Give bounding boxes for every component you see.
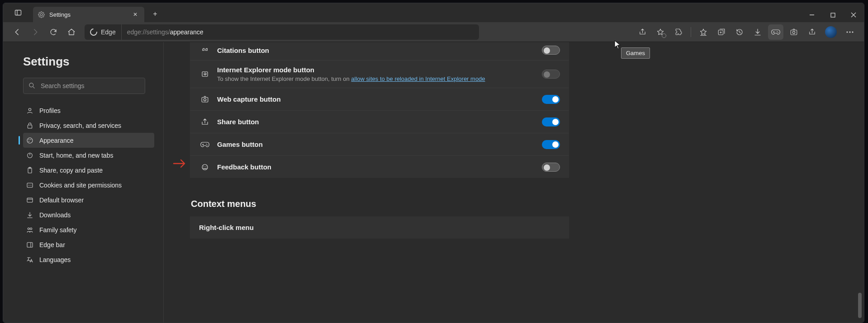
browser-icon	[25, 197, 35, 204]
settings-sidebar: Settings Profiles Privacy, search, and s…	[3, 42, 164, 323]
svg-point-14	[852, 31, 853, 33]
nav-cookies[interactable]: Cookies and site permissions	[23, 178, 154, 192]
web-capture-toolbar-button[interactable]	[786, 24, 802, 40]
nav-family[interactable]: Family safety	[23, 222, 154, 237]
appearance-icon	[25, 137, 35, 144]
toggle-share[interactable]	[542, 117, 560, 126]
toolbar-divider	[691, 27, 691, 37]
history-button[interactable]	[732, 24, 747, 40]
gear-icon	[38, 11, 45, 18]
refresh-button[interactable]	[46, 24, 61, 40]
language-icon	[25, 256, 35, 263]
back-button[interactable]	[9, 24, 25, 40]
nav-downloads[interactable]: Downloads	[23, 207, 154, 222]
titlebar: Settings ✕ +	[3, 3, 864, 22]
row-title-games: Games button	[217, 140, 542, 148]
toolbar: Edge edge://settings/appearance	[3, 22, 864, 42]
settings-content: Settings Profiles Privacy, search, and s…	[3, 42, 864, 323]
annotation-arrow-icon	[173, 157, 187, 170]
nav-languages[interactable]: Languages	[23, 252, 154, 267]
svg-point-17	[28, 108, 31, 110]
toggle-ie-mode	[542, 70, 560, 79]
tab-close-button[interactable]: ✕	[131, 10, 140, 19]
power-icon	[25, 152, 35, 159]
nav-default-browser[interactable]: Default browser	[23, 192, 154, 207]
context-menus-section: Right-click menu	[190, 216, 569, 239]
minimize-button[interactable]	[802, 8, 822, 22]
row-sub-ie: To show the Internet Explorer mode butto…	[217, 75, 542, 82]
svg-point-8	[777, 31, 778, 32]
toggle-feedback[interactable]	[542, 163, 560, 172]
right-click-menu-row[interactable]: Right-click menu	[190, 216, 569, 239]
svg-rect-18	[28, 125, 32, 128]
share-page-button[interactable]	[635, 24, 650, 40]
nav-start-home[interactable]: Start, home, and new tabs	[23, 148, 154, 163]
address-bar[interactable]: Edge edge://settings/appearance	[85, 24, 479, 40]
svg-point-43	[204, 166, 204, 167]
tooltip-games: Games	[621, 47, 650, 59]
tab-actions-button[interactable]	[10, 5, 26, 20]
lock-icon	[25, 122, 35, 129]
site-identity-label: Edge	[101, 28, 116, 36]
svg-point-21	[30, 139, 31, 140]
toggle-citations[interactable]	[542, 46, 560, 55]
row-title-webcapture: Web capture button	[217, 95, 542, 103]
more-menu-button[interactable]	[842, 24, 858, 40]
edgebar-icon	[25, 241, 35, 248]
share-toolbar-button[interactable]	[804, 24, 820, 40]
vertical-scrollbar[interactable]	[857, 42, 863, 322]
svg-point-33	[28, 228, 29, 229]
row-title-citations: Citations button	[217, 47, 542, 54]
svg-rect-10	[791, 30, 797, 35]
clipboard-icon	[25, 167, 35, 174]
svg-point-34	[30, 228, 32, 229]
search-icon	[28, 82, 35, 89]
settings-heading: Settings	[23, 55, 154, 69]
svg-point-40	[206, 144, 207, 145]
svg-point-20	[28, 139, 29, 140]
nav-privacy[interactable]: Privacy, search, and services	[23, 118, 154, 133]
svg-point-30	[31, 185, 31, 185]
toggle-web-capture[interactable]	[542, 95, 560, 104]
svg-point-39	[204, 98, 206, 101]
favorites-button[interactable]	[696, 24, 711, 40]
settings-search[interactable]	[23, 78, 145, 94]
nav-profiles[interactable]: Profiles	[23, 103, 154, 118]
tab-actions-icon	[14, 9, 22, 16]
cursor-icon	[614, 40, 621, 49]
svg-point-42	[202, 164, 208, 170]
settings-nav: Profiles Privacy, search, and services A…	[23, 103, 154, 267]
share-icon	[199, 118, 211, 126]
permissions-icon	[25, 182, 35, 189]
nav-share-copy[interactable]: Share, copy and paste	[23, 163, 154, 178]
maximize-button[interactable]	[822, 8, 843, 22]
collections-button[interactable]	[714, 24, 729, 40]
home-button[interactable]	[64, 24, 79, 40]
scrollbar-thumb[interactable]	[858, 293, 862, 318]
svg-point-19	[27, 138, 33, 143]
forward-button[interactable]	[28, 24, 43, 40]
extensions-button[interactable]	[671, 24, 686, 40]
downloads-button[interactable]	[750, 24, 765, 40]
browser-tab-settings[interactable]: Settings ✕	[33, 7, 144, 22]
close-window-button[interactable]	[843, 8, 864, 22]
settings-main: Citations button Internet Explorer mode …	[164, 42, 864, 323]
nav-appearance[interactable]: Appearance	[23, 133, 154, 148]
profile-avatar-button[interactable]	[825, 26, 837, 38]
favorite-star-button[interactable]	[653, 24, 668, 40]
settings-search-input[interactable]	[23, 78, 145, 94]
toggle-games[interactable]	[542, 140, 560, 149]
svg-line-16	[33, 86, 34, 88]
svg-rect-38	[202, 97, 208, 102]
svg-point-9	[778, 32, 779, 33]
svg-rect-31	[27, 198, 33, 202]
ie-mode-link[interactable]: allow sites to be reloaded in Internet E…	[351, 75, 485, 82]
nav-edge-bar[interactable]: Edge bar	[23, 237, 154, 252]
site-identity[interactable]: Edge	[85, 24, 122, 40]
games-toolbar-button[interactable]	[768, 24, 783, 40]
new-tab-button[interactable]: +	[148, 7, 162, 21]
row-title-ie: Internet Explorer mode button	[217, 66, 542, 74]
svg-point-41	[207, 145, 208, 145]
feedback-icon	[199, 163, 211, 171]
svg-rect-0	[15, 10, 21, 15]
